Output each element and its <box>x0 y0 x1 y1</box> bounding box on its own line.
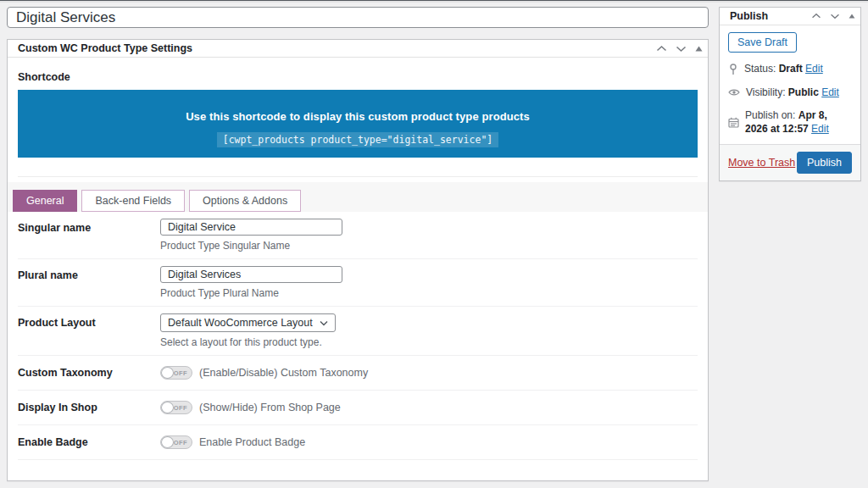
tab-options-addons[interactable]: Options & Addons <box>189 190 301 212</box>
save-draft-button[interactable]: Save Draft <box>728 32 797 53</box>
publish-metabox: Publish Save Draft <box>719 7 861 181</box>
field-label: Display In Shop <box>18 402 160 413</box>
calendar-icon <box>728 117 739 128</box>
status-value: Draft <box>779 63 803 75</box>
display-in-shop-toggle[interactable]: OFF <box>160 401 192 414</box>
field-label: Product Layout <box>18 313 160 329</box>
metabox-handle-actions <box>811 13 855 19</box>
publish-metabox-footer: Move to Trash Publish <box>720 144 860 180</box>
field-label: Custom Taxonomy <box>18 367 160 379</box>
field-description: (Enable/Disable) Custom Taxonomy <box>199 367 368 379</box>
field-row-custom-taxonomy: Custom Taxonomy OFF (Enable/Disable) Cus… <box>18 356 698 391</box>
plural-name-input[interactable] <box>160 266 342 283</box>
toggle-panel-icon[interactable] <box>849 14 855 19</box>
shortcode-label: Shortcode <box>18 71 698 83</box>
edit-status-link[interactable]: Edit <box>805 63 823 75</box>
field-row-product-layout: Product Layout Default WooCommerce Layou… <box>18 307 698 356</box>
settings-metabox-title: Custom WC Product Type Settings <box>18 43 192 54</box>
custom-taxonomy-toggle[interactable]: OFF <box>160 366 192 380</box>
publish-metabox-header[interactable]: Publish <box>720 8 860 25</box>
enable-badge-toggle[interactable]: OFF <box>160 435 192 449</box>
move-up-icon[interactable] <box>656 45 667 53</box>
field-description: Enable Product Badge <box>199 436 305 448</box>
settings-metabox-body: Shortcode Use this shortcode to display … <box>8 71 708 460</box>
settings-tabs: General Back-end Fields Options & Addons <box>8 182 708 212</box>
metabox-handle-actions <box>656 45 703 53</box>
field-description: (Show/Hide) From Shop Page <box>199 402 341 413</box>
toggle-state-label: OFF <box>174 369 187 377</box>
product-layout-selected-value: Default WooCommerce Layout <box>168 317 313 329</box>
toggle-state-label: OFF <box>174 439 187 446</box>
publish-metabox-body: Save Draft Status: Draft Edit <box>720 25 860 144</box>
tab-backend-fields[interactable]: Back-end Fields <box>81 190 185 212</box>
publish-on-label: Publish on: <box>745 109 795 121</box>
move-down-icon[interactable] <box>830 13 840 19</box>
field-row-plural-name: Plural name Product Type Plural Name <box>18 259 698 307</box>
visibility-value: Public <box>788 86 819 98</box>
field-description: Select a layout for this product type. <box>160 336 698 348</box>
field-row-enable-badge: Enable Badge OFF Enable Product Badge <box>18 425 698 460</box>
toggle-knob <box>161 436 174 448</box>
field-description: Product Type Singular Name <box>160 240 698 252</box>
edit-screen: Custom WC Product Type Settings Shortcod… <box>0 3 868 481</box>
field-description: Product Type Plural Name <box>160 287 698 299</box>
post-status-row: Status: Draft Edit <box>728 63 852 76</box>
move-to-trash-link[interactable]: Move to Trash <box>728 157 795 169</box>
move-up-icon[interactable] <box>811 13 821 19</box>
toggle-knob <box>161 367 174 379</box>
side-column: Publish Save Draft <box>719 7 861 481</box>
field-row-display-in-shop: Display In Shop OFF (Show/Hide) From Sho… <box>18 391 698 425</box>
field-label: Plural name <box>18 266 160 281</box>
visibility-label: Visibility: <box>746 86 785 98</box>
section-divider <box>18 176 698 177</box>
chevron-down-icon <box>320 320 328 326</box>
shortcode-code: [cwpt_products product_type="digital_ser… <box>217 132 499 147</box>
toggle-knob <box>161 402 174 413</box>
field-label: Enable Badge <box>18 436 160 448</box>
eye-icon <box>728 88 740 97</box>
publish-metabox-title: Publish <box>730 11 768 22</box>
post-schedule-row: Publish on: Apr 8, 2026 at 12:57 Edit <box>728 109 852 136</box>
move-down-icon[interactable] <box>676 45 687 53</box>
edit-visibility-link[interactable]: Edit <box>821 86 839 98</box>
shortcode-banner-heading: Use this shortcode to display this custo… <box>18 110 698 123</box>
singular-name-input[interactable] <box>160 219 342 236</box>
field-label: Singular name <box>18 219 160 234</box>
status-label: Status: <box>744 63 776 75</box>
settings-metabox-header[interactable]: Custom WC Product Type Settings <box>8 40 708 58</box>
settings-metabox: Custom WC Product Type Settings Shortcod… <box>7 39 709 481</box>
product-layout-select[interactable]: Default WooCommerce Layout <box>160 313 336 332</box>
toggle-state-label: OFF <box>174 404 187 412</box>
field-row-singular-name: Singular name Product Type Singular Name <box>18 212 698 259</box>
post-visibility-row: Visibility: Public Edit <box>728 86 852 100</box>
publish-button[interactable]: Publish <box>797 152 852 174</box>
tab-general[interactable]: General <box>13 190 77 212</box>
edit-publish-on-link[interactable]: Edit <box>811 123 829 135</box>
post-title-input[interactable] <box>7 7 709 28</box>
toggle-panel-icon[interactable] <box>695 46 703 52</box>
main-column: Custom WC Product Type Settings Shortcod… <box>7 7 709 481</box>
pin-icon <box>728 64 738 75</box>
shortcode-banner: Use this shortcode to display this custo… <box>18 90 698 158</box>
